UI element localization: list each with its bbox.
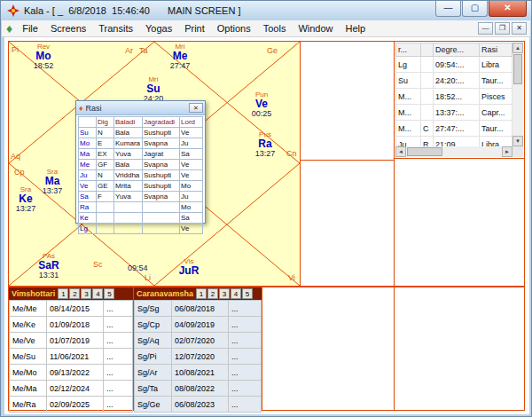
avastha-row: Ra Mo (79, 202, 203, 213)
planet-table-row[interactable]: Ju...R 21:09...Libra (396, 137, 512, 147)
dasha-row[interactable]: Sg/Sg06/08/2018... (135, 301, 262, 317)
empty-panel-mid-middle (300, 160, 395, 287)
planet-table-row[interactable]: M... 13:37:...Capr... (396, 105, 512, 121)
rasi-dialog-close-button[interactable]: ✕ (189, 103, 203, 113)
sign-aries: Ar (125, 46, 133, 55)
vimshottari-table: Me/Me08/14/2015... Me/Ke01/09/2018... Me… (9, 300, 133, 413)
dasha-level-tab-5[interactable]: 5 (104, 288, 114, 299)
menu-transits[interactable]: Transits (92, 21, 139, 35)
sign-aquarius: Aq (11, 152, 20, 161)
sign-cancer: Cn (286, 149, 297, 158)
mdi-close-button[interactable]: ✕ (512, 22, 527, 35)
planet-sun: Mri Su 24:20 (137, 76, 170, 103)
dasha-row[interactable]: Sg/Ar10/08/2021... (135, 365, 262, 381)
dasha-row[interactable]: Me/Ra02/09/2025... (10, 397, 133, 413)
sign-gemini: Ge (267, 46, 278, 55)
menu-file[interactable]: File (16, 21, 44, 35)
planet-ketu: Sra Ke 13:27 (9, 186, 43, 213)
planet-moon: Rev Mo 18:52 (27, 43, 60, 70)
dasha-level-tab-4[interactable]: 4 (92, 288, 103, 299)
kala-app-icon (7, 4, 20, 17)
dasha-row[interactable]: Sg/Cp04/09/2019... (135, 317, 262, 333)
planet-table-row[interactable]: M...C 27:47:...Taur... (396, 121, 512, 137)
planet-table-header[interactable] (421, 43, 434, 57)
scrollbar-corner (512, 146, 523, 157)
planet-table-header[interactable]: Degre... (434, 43, 480, 57)
mdi-child-icon[interactable]: ♦ (6, 22, 12, 35)
empty-panel-top-middle (300, 41, 395, 161)
dasha-row[interactable]: Sg/Ge06/08/2023... (135, 397, 262, 413)
dasha-level-tab-2[interactable]: 2 (69, 288, 80, 299)
planet-venus: Pun Ve 00:25 (245, 91, 278, 118)
sign-pisces: Pi (12, 45, 19, 54)
dasha-row[interactable]: Me/Su11/06/2021... (10, 349, 133, 365)
sign-capricorn: Cp (14, 168, 25, 177)
caranavamsha-title: Caranavamsha (134, 289, 196, 298)
menu-screens[interactable]: Screens (44, 21, 92, 35)
dasha-row[interactable]: Sg/Aq02/07/2020... (135, 333, 262, 349)
dasha-level-tab-3[interactable]: 3 (219, 288, 230, 299)
menu-options[interactable]: Options (211, 21, 257, 35)
rasi-dialog-titlebar[interactable]: ♦ Rasi ✕ (76, 101, 205, 115)
dasha-level-tab-5[interactable]: 5 (242, 288, 253, 299)
menu-print[interactable]: Print (178, 21, 211, 35)
vimshottari-title: Vimshottari (9, 289, 58, 298)
mdi-restore-button[interactable]: ❐ (495, 22, 510, 35)
dasha-row[interactable]: Me/Ve01/07/2019... (10, 333, 133, 349)
empty-panel-bottom-middle (262, 287, 395, 411)
avastha-row: MeGF BalaSvapnaVe (79, 160, 203, 170)
avastha-row: Lg Ve (79, 224, 203, 234)
scroll-left-icon[interactable]: ◄ (395, 146, 406, 157)
menu-tools[interactable]: Tools (257, 21, 293, 35)
dasha-level-tab-2[interactable]: 2 (207, 288, 218, 299)
avastha-row: Ke Sa (79, 213, 203, 224)
menu-window[interactable]: Window (292, 21, 339, 35)
sign-taurus: Ta (139, 46, 148, 55)
dasha-row[interactable]: Me/Me08/14/2015... (10, 301, 133, 317)
avastha-row: SuN BalaSushuptiVe (79, 128, 203, 138)
dasha-level-tab-1[interactable]: 1 (58, 288, 68, 299)
window-minimize-button[interactable]: — (435, 1, 461, 17)
dasha-level-tab-4[interactable]: 4 (231, 288, 241, 299)
sign-scorpio: Sc (93, 260, 103, 269)
dasha-row[interactable]: Me/Ma02/12/2024... (10, 381, 133, 397)
sign-virgo: Vi (288, 273, 295, 282)
scrollbar-thumb[interactable] (513, 54, 522, 84)
dasha-row[interactable]: Me/Ke01/09/2018... (10, 317, 133, 333)
scroll-right-icon[interactable]: ► (502, 146, 512, 157)
scroll-down-icon[interactable]: ▼ (512, 136, 523, 146)
planet-table-panel: r... Degre... Rasi Lg 09:54:...Libra Su … (394, 41, 525, 159)
planet-jupiter: Vis JuR (172, 258, 206, 277)
caranavamsha-table: Sg/Sg06/08/2018... Sg/Cp04/09/2019... Sg… (134, 300, 262, 413)
caranavamsha-header: Caranavamsha 1 2 3 4 5 (134, 287, 262, 300)
rasi-dialog: ♦ Rasi ✕ Dig BaladiJagradadi Lord SuN Ba… (75, 100, 206, 224)
avastha-header-row: Dig BaladiJagradadi Lord (79, 117, 203, 128)
planet-saturn: PAs SaR 13:31 (32, 253, 66, 279)
vertical-scrollbar[interactable]: ▲ ▼ (512, 43, 523, 146)
scrollbar-thumb[interactable] (407, 147, 442, 156)
menu-yogas[interactable]: Yogas (139, 21, 178, 35)
menu-help[interactable]: Help (340, 21, 372, 35)
dasha-level-tab-1[interactable]: 1 (196, 288, 207, 299)
planet-table: r... Degre... Rasi Lg 09:54:...Libra Su … (395, 43, 512, 146)
lagna-degree: 09:54 (128, 264, 148, 272)
sign-libra: Li (145, 273, 151, 282)
planet-table-header[interactable]: Rasi (480, 43, 512, 57)
planet-rahu: Pus Ra 13:27 (248, 131, 282, 158)
dasha-row[interactable]: Sg/Ta08/08/2022... (135, 381, 262, 397)
window-close-button[interactable]: ✕ (489, 1, 527, 17)
dasha-row[interactable]: Sg/Pi12/07/2020... (135, 349, 262, 365)
horizontal-scrollbar[interactable]: ◄ ► (395, 146, 512, 157)
planet-table-row[interactable]: Lg 09:54:...Libra (396, 57, 512, 73)
dasha-level-tab-3[interactable]: 3 (81, 288, 91, 299)
window-maximize-button[interactable]: ▢ (462, 1, 488, 17)
avastha-row: VeGE MritaSushuptiMo (79, 181, 203, 192)
planet-table-header[interactable]: r... (396, 43, 421, 57)
mdi-minimize-button[interactable]: — (478, 22, 493, 35)
planet-table-row[interactable]: Su 24:20:...Taur... (396, 73, 512, 89)
planet-table-row[interactable]: M... 18:52...Pisces (396, 89, 512, 105)
dasha-row[interactable]: Me/Mo09/13/2022... (10, 365, 133, 381)
scroll-up-icon[interactable]: ▲ (512, 43, 523, 53)
menu-bar: ♦ File Screens Transits Yogas Print Opti… (2, 20, 530, 37)
title-bar[interactable]: Kala - [ _ 6/8/2018 15:46:40 MAIN SCREEN… (1, 1, 531, 20)
